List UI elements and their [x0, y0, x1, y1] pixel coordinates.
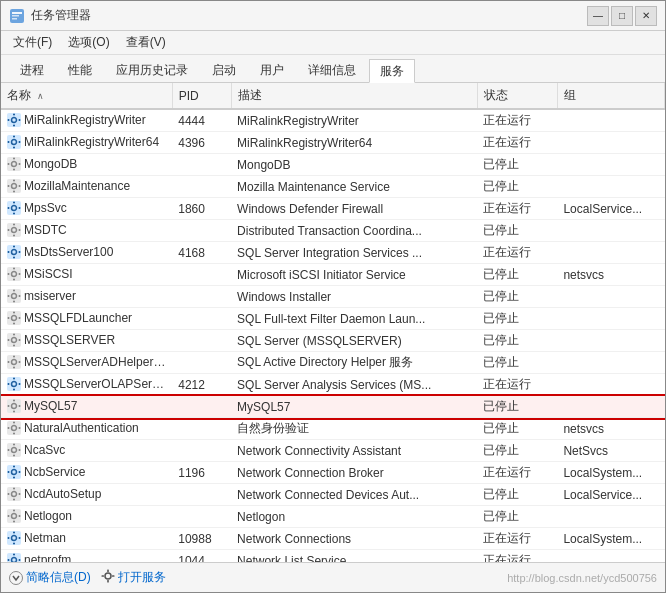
table-row[interactable]: MSiSCSIMicrosoft iSCSI Initiator Service… [1, 264, 665, 286]
table-row[interactable]: MiRalinkRegistryWriter4444MiRalinkRegist… [1, 109, 665, 132]
svg-rect-116 [8, 515, 10, 517]
tab-processes[interactable]: 进程 [9, 58, 55, 82]
service-pid-cell: 10988 [172, 528, 231, 550]
table-row[interactable]: MozillaMaintenanceMozilla Maintenance Se… [1, 176, 665, 198]
svg-rect-14 [8, 141, 10, 143]
service-name-cell: MiRalinkRegistryWriter [1, 109, 172, 132]
menu-file[interactable]: 文件(F) [5, 31, 60, 54]
table-row[interactable]: MpsSvc1860Windows Defender Firewall正在运行L… [1, 198, 665, 220]
svg-rect-54 [13, 290, 15, 292]
tab-apphistory[interactable]: 应用历史记录 [105, 58, 199, 82]
close-button[interactable]: ✕ [635, 6, 657, 26]
svg-rect-8 [8, 119, 10, 121]
svg-rect-114 [13, 510, 15, 512]
table-row[interactable]: MSDTCDistributed Transaction Coordina...… [1, 220, 665, 242]
service-status-cell: 正在运行 [477, 528, 557, 550]
table-row[interactable]: MsDtsServer1004168SQL Server Integration… [1, 242, 665, 264]
svg-rect-102 [13, 466, 15, 468]
table-row[interactable]: NetlogonNetlogon已停止 [1, 506, 665, 528]
window-icon [9, 8, 25, 24]
svg-rect-45 [19, 251, 21, 253]
svg-rect-61 [13, 323, 15, 325]
service-icon [7, 157, 21, 171]
col-header-pid[interactable]: PID [172, 83, 231, 109]
svg-rect-91 [13, 433, 15, 435]
service-icon [7, 223, 21, 237]
col-header-status[interactable]: 状态 [477, 83, 557, 109]
table-row[interactable]: MSSQLServerOLAPService4212SQL Server Ana… [1, 374, 665, 396]
svg-rect-50 [8, 273, 10, 275]
tab-performance[interactable]: 性能 [57, 58, 103, 82]
col-header-group[interactable]: 组 [557, 83, 664, 109]
svg-rect-33 [19, 207, 21, 209]
table-row[interactable]: MiRalinkRegistryWriter644396MiRalinkRegi… [1, 132, 665, 154]
service-desc-cell: Network Connected Devices Aut... [231, 484, 477, 506]
table-row[interactable]: msiserverWindows Installer已停止 [1, 286, 665, 308]
table-row[interactable]: NcdAutoSetupNetwork Connected Devices Au… [1, 484, 665, 506]
tabs-bar: 进程 性能 应用历史记录 启动 用户 详细信息 服务 [1, 55, 665, 83]
svg-rect-108 [13, 488, 15, 490]
service-icon [7, 113, 21, 127]
service-group-cell: NetSvcs [557, 440, 664, 462]
tab-details[interactable]: 详细信息 [297, 58, 367, 82]
svg-rect-19 [13, 169, 15, 171]
service-name-cell: NcbService [1, 462, 172, 484]
service-name-text: MiRalinkRegistryWriter [24, 113, 146, 127]
service-icon [7, 531, 21, 545]
svg-rect-123 [19, 537, 21, 539]
table-row[interactable]: MongoDBMongoDB已停止 [1, 154, 665, 176]
table-row[interactable]: NcbService1196Network Connection Broker正… [1, 462, 665, 484]
expand-link[interactable]: 简略信息(D) [26, 569, 91, 586]
svg-point-130 [105, 573, 111, 579]
open-services-link[interactable]: 打开服务 [118, 569, 166, 586]
table-row[interactable]: Netman10988Network Connections正在运行LocalS… [1, 528, 665, 550]
service-status-cell: 已停止 [477, 506, 557, 528]
service-desc-cell: Netlogon [231, 506, 477, 528]
service-name-cell: NaturalAuthentication [1, 418, 172, 440]
svg-rect-87 [19, 405, 21, 407]
menu-options[interactable]: 选项(O) [60, 31, 117, 54]
service-desc-cell: Mozilla Maintenance Service [231, 176, 477, 198]
service-pid-cell: 4444 [172, 109, 231, 132]
tab-services[interactable]: 服务 [369, 59, 415, 83]
svg-rect-27 [19, 185, 21, 187]
service-pid-cell [172, 330, 231, 352]
service-name-text: MozillaMaintenance [24, 179, 130, 193]
expand-chevron-icon [11, 573, 21, 583]
service-group-cell [557, 220, 664, 242]
watermark: http://blog.csdn.net/ycd500756 [507, 572, 657, 584]
service-name-cell: MpsSvc [1, 198, 172, 220]
service-status-cell: 已停止 [477, 418, 557, 440]
service-pid-cell: 1196 [172, 462, 231, 484]
svg-rect-79 [13, 389, 15, 391]
svg-rect-97 [13, 455, 15, 457]
service-name-cell: MySQL57 [1, 396, 172, 418]
maximize-button[interactable]: □ [611, 6, 633, 26]
service-name-cell: MongoDB [1, 154, 172, 176]
service-pid-cell: 1044 [172, 550, 231, 563]
minimize-button[interactable]: — [587, 6, 609, 26]
tab-startup[interactable]: 启动 [201, 58, 247, 82]
menu-view[interactable]: 查看(V) [118, 31, 174, 54]
table-row[interactable]: NaturalAuthentication自然身份验证已停止netsvcs [1, 418, 665, 440]
svg-rect-30 [13, 202, 15, 204]
service-pid-cell [172, 484, 231, 506]
service-icon [7, 201, 21, 215]
tab-users[interactable]: 用户 [249, 58, 295, 82]
table-row[interactable]: MSSQLServerADHelper1...SQL Active Direct… [1, 352, 665, 374]
services-table-scroll[interactable]: 名称 ∧ PID 描述 状态 组 [1, 83, 665, 562]
open-services-icon [101, 569, 115, 586]
col-header-name[interactable]: 名称 ∧ [1, 83, 172, 109]
svg-rect-20 [8, 163, 10, 165]
svg-rect-73 [13, 367, 15, 369]
table-row[interactable]: MSSQLFDLauncherSQL Full-text Filter Daem… [1, 308, 665, 330]
col-header-desc[interactable]: 描述 [231, 83, 477, 109]
table-row[interactable]: netprofm...1044Network List Service正在运行 [1, 550, 665, 563]
table-row[interactable]: MSSQLSERVERSQL Server (MSSQLSERVER)已停止 [1, 330, 665, 352]
service-desc-cell: Network Connections [231, 528, 477, 550]
table-row[interactable]: MySQL57MySQL57已停止 [1, 396, 665, 418]
service-status-cell: 已停止 [477, 440, 557, 462]
table-row[interactable]: NcaSvcNetwork Connectivity Assistant已停止N… [1, 440, 665, 462]
service-status-cell: 正在运行 [477, 132, 557, 154]
svg-rect-44 [8, 251, 10, 253]
